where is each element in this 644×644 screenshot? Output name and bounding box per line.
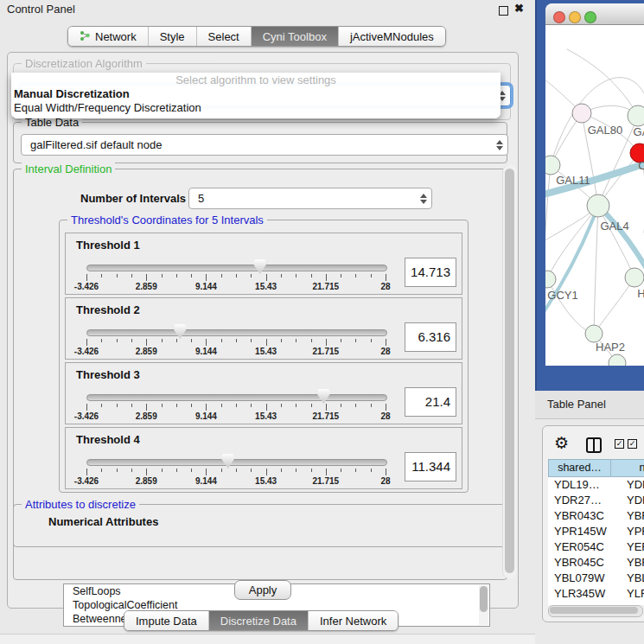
cell-name: YER0 [611,539,644,555]
table-row[interactable]: YDR27…YDR2 [548,493,644,508]
threshold-slider[interactable] [86,329,387,336]
threshold-value-field[interactable]: 6.316 [405,322,456,352]
table-row[interactable]: YBR045CYBR0 [548,555,644,571]
threshold-value-field[interactable]: 14.713 [405,258,456,287]
apply-button[interactable]: Apply [234,580,291,600]
tick-label: 9.144 [195,476,217,486]
network-icon [80,29,91,44]
tab-network[interactable]: Network [68,27,149,46]
cell-shared-name: YBR045C [548,555,611,571]
slider-ticks: -3.4262.8599.14415.4321.71528 [86,469,386,488]
node-label: GAL11 [556,174,590,187]
panel-scrollbar-thumb[interactable] [505,169,514,573]
slider-thumb[interactable] [317,389,330,404]
table-row[interactable]: YLR345WYLR3 [548,586,644,602]
mac-zoom-icon[interactable] [584,11,596,23]
table-row[interactable]: YER054CYER0 [548,539,644,555]
tick-label: 28 [380,411,390,421]
table-body: YDL19…YDL1YDR27…YDR2YBR043CYBR0YPR145WYP… [548,477,644,605]
network-node[interactable] [545,156,560,175]
cell-shared-name: YLR345W [548,586,611,602]
network-node[interactable] [628,105,644,126]
table-row[interactable]: YPR145WYPR1 [548,524,644,539]
network-node[interactable] [587,194,609,217]
tick-label: 28 [380,347,390,356]
tab-impute-data[interactable]: Impute Data [124,611,209,630]
slider-thumb[interactable] [174,324,187,339]
threshold-panel: Threshold 4-3.4262.8599.14415.4321.71528… [65,427,462,489]
panel-title: Control Panel [7,3,75,16]
tab-style[interactable]: Style [149,27,197,46]
network-edge[interactable] [545,165,551,258]
gear-icon[interactable]: ⚙ [554,433,569,453]
cell-shared-name: YPR145W [548,524,611,539]
dropdown-hint: Select algorithm to view settings [11,73,501,86]
slider-thumb[interactable] [221,454,234,469]
network-node[interactable] [585,325,603,342]
node-label: GAL4 [600,220,628,233]
checkbox-icon[interactable]: ✓ [615,439,624,449]
network-node[interactable] [572,104,591,123]
tab-label: Style [160,30,185,43]
tab-jactivemnodules[interactable]: jActiveMNodules [339,27,445,46]
threshold-slider[interactable] [86,265,387,271]
menu-item-manual-discretization[interactable]: Manual Discretization [14,87,130,100]
column-header-shared[interactable]: shared… [548,459,611,477]
slider-ticks: -3.4262.8599.14415.4321.71528 [86,404,386,423]
tab-infer-network[interactable]: Infer Network [309,611,398,630]
threshold-slider[interactable] [86,394,387,401]
tab-label: Infer Network [320,615,386,628]
threshold-panel: Threshold 3-3.4262.8599.14415.4321.71528… [65,362,462,424]
table-row[interactable]: YDL19…YDL1 [548,477,644,493]
network-canvas[interactable]: GAL80GACGAL11GAL4GCY1HHAP2 [545,25,644,366]
mac-minimize-icon[interactable] [569,11,581,23]
threshold-slider[interactable] [86,459,387,466]
threshold-value-field[interactable]: 21.4 [405,387,456,417]
node-table: shared… na [548,459,644,477]
threshold-value-field[interactable]: 11.344 [405,452,456,481]
mac-close-icon[interactable] [553,11,565,23]
float-icon[interactable] [499,6,508,16]
table-hscrollbar-thumb[interactable] [550,607,638,614]
columns-icon[interactable] [586,437,602,453]
tab-cyni-toolbox[interactable]: Cyni Toolbox [252,27,339,46]
table-row[interactable]: YBL079WYBL0 [548,571,644,586]
network-node[interactable] [545,271,556,288]
number-of-intervals-combobox[interactable]: 5 [188,188,432,209]
tab-select[interactable]: Select [197,27,252,46]
table-row[interactable]: YBR043CYBR0 [548,508,644,524]
tick-label: 2.859 [136,476,157,486]
panel-scrollbar[interactable] [502,165,517,578]
network-edge[interactable] [594,277,634,334]
network-edge[interactable] [594,206,598,334]
cell-name: YPR1 [611,524,644,539]
column-header-name[interactable]: na [611,459,644,477]
network-edge[interactable] [547,279,594,334]
algorithm-dropdown-popup: Select algorithm to view settings Manual… [11,73,501,118]
tick-label: 15.43 [255,411,277,421]
table-hscrollbar[interactable] [548,605,643,617]
network-node[interactable] [625,268,644,287]
tick-label: 28 [380,476,390,486]
node-label: H [637,287,644,300]
table-data-combobox[interactable]: galFiltered.sif default node [21,134,508,156]
network-node[interactable] [609,354,626,366]
tab-label: jActiveMNodules [350,30,434,43]
network-window-titlebar[interactable] [545,3,644,25]
network-edge[interactable] [547,206,598,279]
tick-label: 21.715 [313,476,340,486]
close-icon[interactable]: ✖ [514,2,524,15]
cell-name: YBL0 [611,571,644,586]
tab-label: Network [95,30,137,43]
slider-thumb[interactable] [253,259,266,274]
list-scrollbar[interactable] [479,585,488,625]
tick-label: 9.144 [195,411,217,421]
checkbox-icon[interactable]: ✓ [628,439,637,449]
cell-shared-name: YDL19… [548,477,611,493]
cell-name: YDR2 [611,493,644,508]
numerical-attributes-label: Numerical Attributes [48,515,158,528]
tab-discretize-data[interactable]: Discretize Data [209,611,309,630]
menu-item-equal-width-frequency[interactable]: Equal Width/Frequency Discretization [14,101,201,114]
number-of-intervals-label: Number of Intervals [80,192,186,205]
list-scrollbar-thumb[interactable] [480,586,488,612]
